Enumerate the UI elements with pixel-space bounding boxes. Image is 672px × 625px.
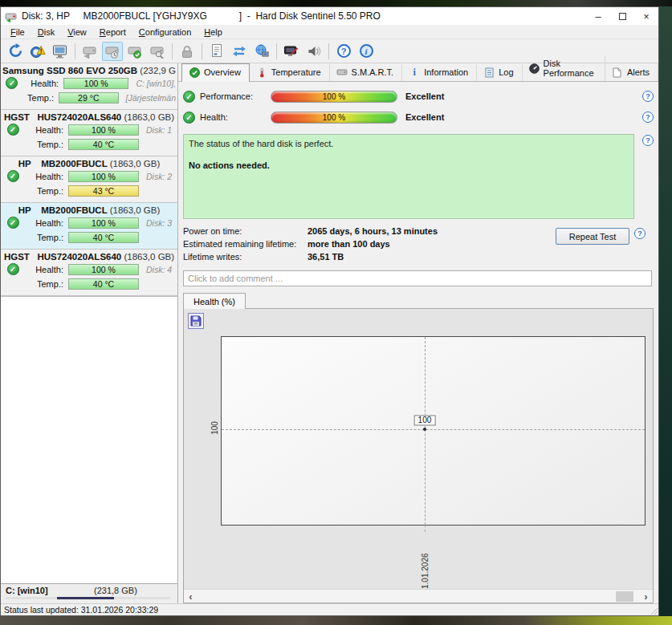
desktop-background-right: [659, 6, 672, 616]
minimize-button[interactable]: –: [586, 7, 610, 25]
temp-bar: 29 °C: [59, 92, 118, 103]
resize-grip[interactable]: [650, 607, 658, 615]
performance-label: Performance:: [200, 91, 271, 101]
scroll-right-icon[interactable]: ›: [639, 590, 653, 603]
disk-card-4[interactable]: HGST HUS724020ALS640 (1863,0 GB) Health:…: [1, 250, 177, 296]
help-icon[interactable]: [333, 42, 354, 61]
disk-accept-icon[interactable]: [124, 42, 145, 61]
disk-info: C: [win10],: [136, 79, 176, 88]
health-bar: 100 %: [68, 217, 139, 229]
tab-label: Information: [424, 67, 468, 77]
disk-size: (1863,0 GB): [110, 159, 161, 168]
disk-name: Samsung SSD 860 EVO 250GB: [2, 66, 140, 75]
health-label: Health:: [23, 218, 63, 228]
disk-name: HP MB2000FBUCL: [18, 205, 110, 215]
partition-item[interactable]: C: [win10] (231,8 GB): [1, 583, 177, 603]
performance-help-icon[interactable]: [642, 91, 654, 102]
detect-disk-icon[interactable]: [50, 42, 71, 61]
overview-tab-icon: [189, 67, 200, 78]
disk-overview-icon[interactable]: [102, 42, 123, 61]
tab-label: Log: [499, 67, 513, 77]
disk-card-3-selected[interactable]: HP MB2000FBUCL (1863,0 GB) Health: 100 %…: [1, 203, 177, 250]
y-axis-tick: 100: [210, 416, 219, 440]
app-icon: [5, 10, 17, 22]
report-icon[interactable]: [206, 42, 227, 61]
disk-info: Disk: 3: [146, 218, 172, 228]
menu-configuration[interactable]: Configuration: [132, 26, 198, 38]
temp-bar: 40 °C: [68, 139, 139, 150]
repeat-test-button[interactable]: Repeat Test: [556, 228, 629, 245]
status-text: Status last updated: 31.01.2026 20:33:29: [4, 605, 158, 615]
close-button[interactable]: ×: [634, 7, 658, 25]
title-bar: Disk: 3, HP MB2000FBUCL [YGHJY9XG ] - Ha…: [1, 7, 658, 25]
app-window: Disk: 3, HP MB2000FBUCL [YGHJY9XG ] - Ha…: [0, 6, 659, 616]
smart-tab-icon: [336, 67, 348, 78]
scroll-thumb[interactable]: [616, 591, 633, 602]
tab-alerts[interactable]: Alerts: [605, 64, 658, 81]
repeat-test-help-icon[interactable]: [634, 228, 646, 239]
comment-input[interactable]: [183, 270, 652, 286]
disk-size: (232,9 GB): [140, 66, 176, 75]
chart-hscrollbar[interactable]: ‹ ›: [184, 589, 653, 603]
tab-overview[interactable]: Overview: [181, 63, 250, 82]
disk-size: (1863,0 GB): [124, 112, 174, 122]
disk-card-2[interactable]: HP MB2000FBUCL (1863,0 GB) Health: 100 %…: [1, 156, 177, 203]
temp-bar: 40 °C: [68, 278, 139, 290]
menu-report[interactable]: Report: [93, 26, 132, 38]
disk-info2: [Järjestelmän: [126, 93, 176, 103]
partition-usage-bar: [6, 597, 170, 599]
tab-log[interactable]: Log: [477, 64, 522, 81]
disk-name: HGST HUS724020ALS640: [4, 252, 124, 262]
scroll-left-icon[interactable]: ‹: [184, 590, 198, 603]
disk-card-1[interactable]: HGST HUS724020ALS640 (1863,0 GB) Health:…: [1, 110, 177, 156]
disk-list: Samsung SSD 860 EVO 250GB (232,9 GB) D H…: [1, 63, 177, 297]
health-label: Health:: [23, 265, 63, 274]
menu-file[interactable]: File: [4, 26, 31, 38]
disk-card-0[interactable]: Samsung SSD 860 EVO 250GB (232,9 GB) D H…: [1, 63, 177, 110]
desktop-background-top: [0, 0, 672, 6]
x-axis-tick-line: [425, 525, 426, 532]
tab-information[interactable]: i Information: [402, 64, 477, 81]
disk-name: HP MB2000FBUCL: [18, 159, 110, 168]
remaining-lifetime-value: more than 100 days: [307, 239, 390, 252]
speaker-icon[interactable]: [303, 42, 324, 61]
alarm-settings-icon[interactable]: [27, 42, 48, 61]
save-chart-button[interactable]: [188, 313, 204, 329]
network-icon[interactable]: [251, 42, 272, 61]
info-icon[interactable]: [356, 42, 377, 61]
partition-name: C: [win10]: [6, 586, 94, 595]
tab-temperature[interactable]: Temperature: [250, 64, 330, 81]
sync-icon[interactable]: [229, 42, 250, 61]
floppy-icon: [190, 315, 202, 327]
disk-analyse-icon[interactable]: [147, 42, 168, 61]
tab-label: Overview: [204, 67, 241, 77]
disk-performance-tab-icon: [529, 63, 540, 74]
window-title: Disk: 3, HP MB2000FBUCL [YGHJY9XG ] - Ha…: [22, 10, 586, 22]
data-point-label: 100: [414, 415, 436, 425]
status-line-1: The status of the hard disk is perfect.: [189, 139, 629, 148]
tab-disk-performance[interactable]: Disk Performance: [523, 56, 605, 81]
menu-view[interactable]: View: [61, 26, 93, 38]
health-chart-tab[interactable]: Health (%): [183, 293, 246, 309]
tab-smart[interactable]: S.M.A.R.T.: [330, 64, 403, 81]
temp-label: Temp.:: [23, 186, 63, 196]
health-bar: 100 %: [63, 78, 128, 89]
health-row: Health: 100 % Excellent: [183, 107, 654, 128]
health-chart: 100 100 31.01.2026 ‹ ›: [183, 308, 654, 603]
disk-name: HGST HUS724020ALS640: [4, 112, 124, 122]
log-tab-icon: [483, 67, 495, 78]
health-rating: Excellent: [405, 112, 642, 122]
refresh-icon[interactable]: [5, 42, 26, 61]
status-help-icon[interactable]: [642, 135, 654, 146]
maximize-button[interactable]: [610, 7, 634, 25]
health-help-icon[interactable]: [642, 112, 654, 123]
health-bar: 100 %: [68, 124, 139, 136]
remote-monitor-icon[interactable]: [281, 42, 302, 61]
menu-help[interactable]: Help: [198, 26, 229, 38]
menu-disk[interactable]: Disk: [31, 26, 61, 38]
disk-status-ok-icon: [7, 124, 19, 136]
health-chart-section: Health (%) 100 100 31.01.2026: [183, 293, 654, 603]
disk-info: Disk: 4: [146, 265, 172, 274]
lock-icon[interactable]: [177, 42, 198, 61]
disk-previous-icon[interactable]: [79, 42, 100, 61]
